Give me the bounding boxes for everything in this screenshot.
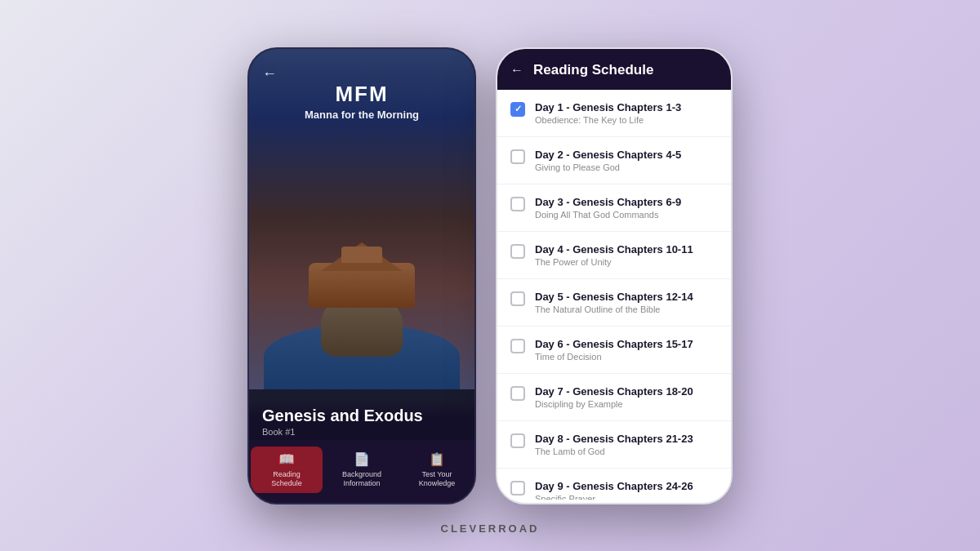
tab-bar: 📖 ReadingSchedule 📄 BackgroundInformatio… [249, 440, 474, 503]
day-subtitle: Specific Prayer [535, 494, 718, 500]
day-subtitle: The Power of Unity [535, 257, 718, 267]
day-subtitle: Discipling by Example [535, 399, 718, 409]
day-label: Day 1 - Genesis Chapters 1-3 [535, 101, 718, 113]
reading-list-item[interactable]: Day 4 - Genesis Chapters 10-11The Power … [497, 232, 731, 279]
book-number: Book #1 [262, 427, 461, 437]
checkbox-day-9[interactable] [510, 481, 525, 495]
reading-list: Day 1 - Genesis Chapters 1-3Obedience: T… [497, 90, 731, 500]
reading-schedule-title: Reading Schedule [533, 62, 653, 78]
hero-text: MFM Manna for the Morning [249, 82, 474, 121]
back-button-left[interactable]: ← [262, 65, 277, 82]
phone-bottom: Genesis and Exodus Book #1 📖 ReadingSche… [249, 400, 474, 503]
day-label: Day 3 - Genesis Chapters 6-9 [535, 196, 718, 208]
day-label: Day 7 - Genesis Chapters 18-20 [535, 385, 718, 398]
day-subtitle: Time of Decision [535, 352, 718, 362]
ark-illustration [280, 226, 443, 389]
tab-test[interactable]: 📋 Test YourKnowledge [401, 447, 473, 493]
back-button-right[interactable]: ← [510, 63, 523, 78]
day-subtitle: Obedience: The Key to Life [535, 115, 718, 125]
checkbox-day-1[interactable] [510, 102, 525, 117]
reading-label: ReadingSchedule [271, 470, 302, 488]
checkbox-day-4[interactable] [510, 244, 525, 259]
background-label: BackgroundInformation [342, 470, 381, 488]
day-label: Day 6 - Genesis Chapters 15-17 [535, 338, 718, 350]
test-icon: 📋 [429, 451, 445, 467]
reading-icon: 📖 [278, 451, 295, 467]
checkbox-day-6[interactable] [510, 339, 525, 353]
reading-list-item[interactable]: Day 7 - Genesis Chapters 18-20Discipling… [497, 374, 731, 421]
test-label: Test YourKnowledge [419, 470, 456, 488]
day-label: Day 8 - Genesis Chapters 21-23 [535, 433, 718, 445]
day-subtitle: Giving to Please God [535, 162, 718, 172]
mfm-title: MFM [249, 82, 474, 107]
phone-left: ← MFM Manna for the Morning Genesis and … [247, 47, 476, 504]
day-subtitle: The Lamb of God [535, 447, 718, 456]
reading-list-item[interactable]: Day 2 - Genesis Chapters 4-5Giving to Pl… [497, 137, 731, 184]
background-icon: 📄 [354, 451, 370, 467]
phone-left-content: ← MFM Manna for the Morning Genesis and … [249, 49, 474, 503]
reading-list-item[interactable]: Day 6 - Genesis Chapters 15-17Time of De… [497, 327, 731, 374]
reading-header: ← Reading Schedule [497, 49, 731, 90]
reading-list-item[interactable]: Day 8 - Genesis Chapters 21-23The Lamb o… [497, 421, 731, 469]
ark-top-structure [341, 247, 382, 263]
mfm-subtitle: Manna for the Morning [249, 109, 474, 121]
tab-reading[interactable]: 📖 ReadingSchedule [251, 447, 323, 493]
reading-list-item[interactable]: Day 1 - Genesis Chapters 1-3Obedience: T… [497, 90, 731, 137]
checkbox-day-3[interactable] [510, 197, 525, 211]
day-subtitle: The Natural Outline of the Bible [535, 304, 718, 314]
checkbox-day-7[interactable] [510, 386, 525, 401]
day-subtitle: Doing All That God Commands [535, 210, 718, 220]
book-title: Genesis and Exodus [262, 407, 461, 425]
phones-container: ← MFM Manna for the Morning Genesis and … [247, 47, 733, 504]
phone-right: ← Reading Schedule Day 1 - Genesis Chapt… [496, 47, 733, 504]
day-label: Day 5 - Genesis Chapters 12-14 [535, 291, 718, 303]
book-info: Genesis and Exodus Book #1 [249, 400, 474, 440]
checkbox-day-5[interactable] [510, 291, 525, 306]
tab-background[interactable]: 📄 BackgroundInformation [326, 447, 398, 493]
checkbox-day-2[interactable] [510, 149, 525, 164]
cleveroad-label: CLEVERROAD [440, 522, 539, 535]
day-label: Day 4 - Genesis Chapters 10-11 [535, 243, 718, 256]
reading-list-item[interactable]: Day 5 - Genesis Chapters 12-14The Natura… [497, 279, 731, 327]
reading-list-item[interactable]: Day 3 - Genesis Chapters 6-9Doing All Th… [497, 184, 731, 232]
reading-list-item[interactable]: Day 9 - Genesis Chapters 24-26Specific P… [497, 469, 731, 500]
checkbox-day-8[interactable] [510, 433, 525, 448]
day-label: Day 9 - Genesis Chapters 24-26 [535, 480, 718, 492]
day-label: Day 2 - Genesis Chapters 4-5 [535, 149, 718, 161]
